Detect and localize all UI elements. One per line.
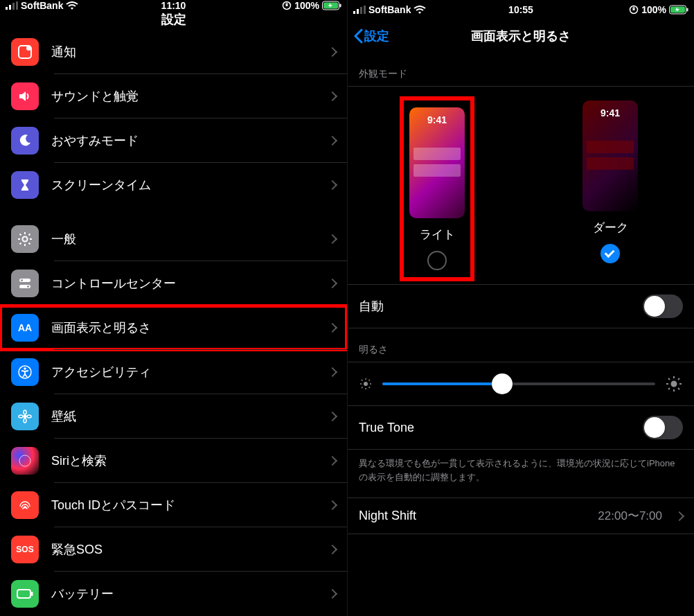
chevron-right-icon xyxy=(675,511,684,520)
sun-small-icon xyxy=(359,377,373,391)
chevron-right-icon xyxy=(328,456,337,466)
svg-rect-5 xyxy=(286,4,288,6)
svg-line-17 xyxy=(29,243,30,245)
svg-line-60 xyxy=(668,388,670,389)
battery-charging-icon xyxy=(669,5,688,15)
back-button[interactable]: 設定 xyxy=(353,28,389,44)
row-sounds[interactable]: サウンドと触覚 xyxy=(0,74,347,118)
status-bar: SoftBank 10:55 100% xyxy=(348,0,694,19)
chevron-right-icon xyxy=(328,589,337,599)
settings-group-1: 通知 サウンドと触覚 おやすみモード スクリーンタイム xyxy=(0,30,347,207)
row-do-not-disturb[interactable]: おやすみモード xyxy=(0,118,347,163)
battery-icon xyxy=(11,580,39,608)
auto-toggle[interactable] xyxy=(643,294,683,318)
orientation-lock-icon xyxy=(629,5,639,15)
chevron-right-icon xyxy=(328,180,337,190)
accessibility-icon xyxy=(11,358,39,386)
row-accessibility[interactable]: アクセシビリティ xyxy=(0,350,347,394)
settings-screen: SoftBank 11:10 100% 設定 通知 サウンドと触覚 おやすみモー… xyxy=(0,0,347,616)
chevron-right-icon xyxy=(328,500,337,510)
appearance-selector: 9:41 ライト 9:41 ダーク xyxy=(348,87,694,284)
phone-preview-dark: 9:41 xyxy=(582,100,638,211)
appearance-light[interactable]: 9:41 ライト xyxy=(404,100,470,277)
appearance-dark[interactable]: 9:41 ダーク xyxy=(582,100,638,277)
svg-point-27 xyxy=(24,410,26,414)
svg-line-16 xyxy=(20,234,21,236)
svg-rect-0 xyxy=(6,7,8,10)
signal-icon xyxy=(6,1,18,10)
auto-label: 自動 xyxy=(359,298,384,315)
svg-line-61 xyxy=(678,378,679,380)
slider-thumb[interactable] xyxy=(492,373,513,394)
svg-line-49 xyxy=(362,380,363,381)
orientation-lock-icon xyxy=(282,1,292,10)
row-control-center[interactable]: コントロールセンター xyxy=(0,261,347,306)
row-label: コントロールセンター xyxy=(51,275,329,292)
moon-icon xyxy=(11,127,39,155)
chevron-right-icon xyxy=(328,136,337,146)
svg-point-10 xyxy=(26,46,31,51)
brightness-row xyxy=(348,362,694,406)
page-title: 画面表示と明るさ xyxy=(471,28,571,44)
svg-line-51 xyxy=(362,387,363,389)
wifi-icon xyxy=(66,1,78,10)
nightshift-label: Night Shift xyxy=(359,509,416,523)
svg-point-29 xyxy=(19,415,23,418)
row-label: 緊急SOS xyxy=(51,541,329,558)
nightshift-row[interactable]: Night Shift 22:00〜7:00 xyxy=(348,498,694,534)
svg-rect-40 xyxy=(633,8,635,10)
svg-line-52 xyxy=(369,380,371,381)
row-label: Siriと検索 xyxy=(51,452,329,469)
hourglass-icon xyxy=(11,171,39,199)
row-label: アクセシビリティ xyxy=(51,364,329,380)
truetone-toggle[interactable] xyxy=(643,416,683,439)
row-label: おやすみモード xyxy=(51,132,329,149)
siri-icon xyxy=(11,447,39,475)
svg-rect-38 xyxy=(364,6,366,14)
status-bar: SoftBank 11:10 100% xyxy=(0,0,347,11)
group-separator xyxy=(0,207,347,217)
svg-rect-35 xyxy=(353,11,355,14)
row-touchid[interactable]: Touch IDとパスコード xyxy=(0,483,347,527)
truetone-label: True Tone xyxy=(359,421,414,435)
header: 設定 画面表示と明るさ xyxy=(348,19,694,53)
chevron-right-icon xyxy=(328,91,337,101)
display-brightness-screen: SoftBank 10:55 100% 設定 画面表示と明るさ 外観モード 9:… xyxy=(347,0,694,616)
row-general[interactable]: 一般 xyxy=(0,217,347,261)
radio-light[interactable] xyxy=(427,251,447,270)
preview-time: 9:41 xyxy=(409,114,465,125)
row-notifications[interactable]: 通知 xyxy=(0,30,347,74)
sun-large-icon xyxy=(665,375,683,393)
row-label: 一般 xyxy=(51,231,329,247)
status-time: 10:55 xyxy=(508,4,533,15)
svg-point-26 xyxy=(24,415,27,419)
chevron-right-icon xyxy=(328,545,337,554)
row-battery[interactable]: バッテリー xyxy=(0,572,347,616)
row-sos[interactable]: SOS 緊急SOS xyxy=(0,527,347,572)
brightness-slider[interactable] xyxy=(382,382,655,385)
gear-icon xyxy=(11,225,39,253)
brightness-header: 明るさ xyxy=(348,328,694,362)
chevron-right-icon xyxy=(328,323,337,333)
svg-rect-3 xyxy=(16,1,18,10)
flower-icon xyxy=(11,403,39,430)
row-label: Touch IDとパスコード xyxy=(51,497,329,513)
chevron-right-icon xyxy=(328,412,337,421)
truetone-row: True Tone xyxy=(348,406,694,450)
row-label: 通知 xyxy=(51,44,329,60)
fingerprint-icon xyxy=(11,491,39,519)
row-wallpaper[interactable]: 壁紙 xyxy=(0,394,347,439)
row-label: バッテリー xyxy=(51,586,329,602)
row-display-brightness[interactable]: AA 画面表示と明るさ xyxy=(0,306,347,350)
battery-charging-icon xyxy=(322,1,341,10)
svg-line-19 xyxy=(29,234,30,236)
radio-dark[interactable] xyxy=(600,244,620,263)
svg-point-31 xyxy=(19,455,30,466)
carrier-label: SoftBank xyxy=(21,0,63,11)
svg-rect-37 xyxy=(360,7,362,14)
sos-icon: SOS xyxy=(11,536,39,563)
row-siri[interactable]: Siriと検索 xyxy=(0,439,347,483)
row-label: サウンドと触覚 xyxy=(51,88,329,105)
row-screen-time[interactable]: スクリーンタイム xyxy=(0,163,347,207)
svg-line-18 xyxy=(20,243,21,245)
